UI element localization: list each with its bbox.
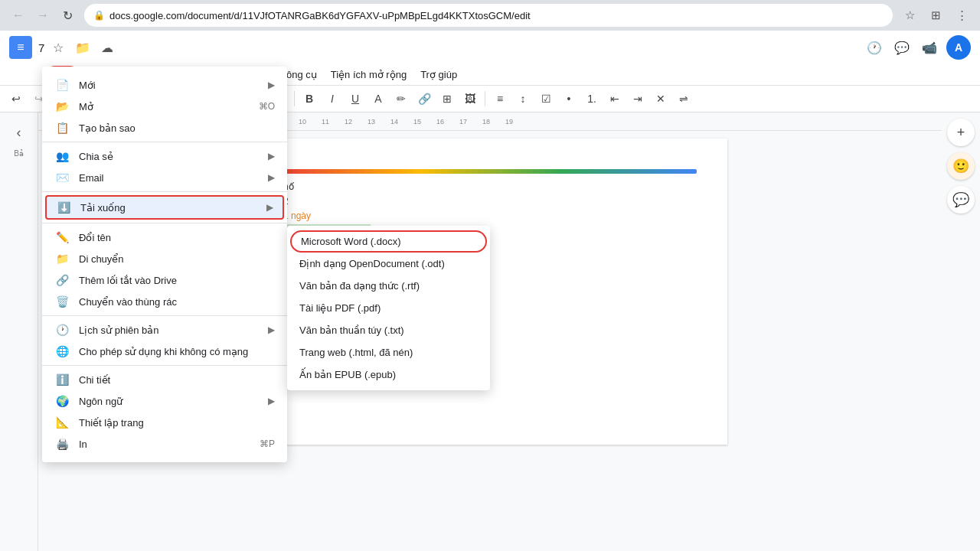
numbered-list-button[interactable]: 1. [582,89,602,109]
menu-item-chi-tiet-label: Chi tiết [79,374,275,386]
undo-button[interactable]: ↩ [6,89,26,109]
menu-item-mo[interactable]: 📂 Mở ⌘O [42,96,287,117]
menu-tro-giup[interactable]: Trợ giúp [414,66,463,83]
menu-item-in-label: In [79,439,260,450]
menu-item-moi[interactable]: 📄 Mới ▶ [42,74,287,96]
history-button[interactable]: 🕐 [864,37,885,58]
submenu-docx-label: Microsoft Word (.docx) [301,236,401,247]
menu-section-5: 🕐 Lịch sử phiên bản ▶ 🌐 Cho phép sử dụng… [42,316,287,366]
browser-chrome: ← → ↻ 🔒 docs.google.com/document/d/11VJf… [0,0,980,31]
clear-format[interactable]: ✕ [651,89,671,109]
menu-item-di-chuyen[interactable]: 📁 Di chuyển [42,248,287,269]
menu-item-chia-se[interactable]: 👥 Chia sẻ ▶ [42,145,287,167]
menu-item-tao-ban-sao[interactable]: 📋 Tạo bản sao [42,117,287,139]
language-icon: 🌍 [54,395,70,407]
underline-button[interactable]: U [345,89,365,109]
submenu-epub[interactable]: Ấn bản EPUB (.epub) [287,364,490,386]
comment-button[interactable]: 💬 [891,37,913,58]
link-button[interactable]: 🔗 [414,89,434,109]
cloud-button[interactable]: ☁ [96,37,118,58]
star-button[interactable]: ☆ [47,37,69,58]
menu-item-lich-su[interactable]: 🕐 Lịch sử phiên bản ▶ [42,319,287,341]
docs-top-bar: ≡ 7 ☆ 📁 ☁ 🕐 💬 📹 A [0,31,980,64]
menu-item-email[interactable]: ✉️ Email ▶ [42,167,287,188]
menu-item-cho-phep[interactable]: 🌐 Cho phép sử dụng khi không có mạng [42,341,287,362]
address-bar[interactable]: 🔒 docs.google.com/document/d/11VJfOTANRG… [84,4,893,27]
menu-item-tai-xuong-label: Tải xuống [80,202,266,214]
menu-item-tao-ban-sao-label: Tạo bản sao [79,122,275,134]
reload-button[interactable]: ↻ [57,5,78,26]
folder-button[interactable]: 📁 [72,37,93,58]
submenu-txt-label: Văn bản thuần túy (.txt) [299,324,404,336]
history-menu-icon: 🕐 [54,324,70,336]
forward-button[interactable]: → [32,5,54,26]
menu-item-thiet-lap-label: Thiết lập trang [79,417,275,429]
trash-icon: 🗑️ [54,295,70,308]
submenu-rtf-label: Văn bản đa dạng thức (.rtf) [299,280,420,292]
print-menu-icon: 🖨️ [54,438,70,450]
emoji-button[interactable]: 🙂 [947,152,975,180]
insert-table[interactable]: ⊞ [437,89,457,109]
align-button[interactable]: ≡ [490,89,510,109]
sep4 [485,91,485,106]
meet-button[interactable]: 📹 [919,37,940,58]
bold-button[interactable]: B [299,89,319,109]
submenu-rtf[interactable]: Văn bản đa dạng thức (.rtf) [287,275,490,297]
extensions-button[interactable]: ⊞ [925,5,946,26]
menu-item-doi-ten-label: Đổi tên [79,232,275,243]
text-direction[interactable]: ⇌ [674,89,694,109]
italic-button[interactable]: I [322,89,342,109]
menu-item-chuyen-vao-thung-rac[interactable]: 🗑️ Chuyển vào thùng rác [42,291,287,312]
menu-item-them-loi-tat-label: Thêm lối tắt vào Drive [79,275,275,286]
rename-icon: ✏️ [54,231,70,243]
submenu-odt-label: Định dạng OpenDocument (.odt) [299,258,445,269]
address-text: docs.google.com/document/d/11VJfOTANRGaB… [109,10,884,21]
right-panel: + 🙂 💬 [942,112,980,551]
collapse-panel-button[interactable]: ‹ [5,119,33,146]
moi-arrow: ▶ [268,80,275,90]
indent-increase[interactable]: ⇥ [628,89,648,109]
text-color-button[interactable]: A [368,89,388,109]
line-spacing-button[interactable]: ↕ [513,89,533,109]
sep3 [294,91,295,106]
menu-item-tai-xuong[interactable]: ⬇️ Tải xuống ▶ [45,195,284,220]
add-comment-button[interactable]: + [947,119,975,146]
header-right: 🕐 💬 📹 A [864,35,971,60]
menu-item-di-chuyen-label: Di chuyển [79,253,275,265]
submenu-html[interactable]: Trang web (.html, đã nén) [287,341,490,364]
menu-item-doi-ten[interactable]: ✏️ Đổi tên [42,227,287,248]
open-icon: 📂 [54,100,70,112]
menu-item-them-loi-tat[interactable]: 🔗 Thêm lối tắt vào Drive [42,269,287,291]
menu-button[interactable]: ⋮ [951,5,972,26]
suggest-button[interactable]: 💬 [947,186,975,214]
menu-section-1: 📄 Mới ▶ 📂 Mở ⌘O 📋 Tạo bản sao [42,71,287,142]
menu-item-in[interactable]: 🖨️ In ⌘P [42,433,287,455]
submenu-txt[interactable]: Văn bản thuần túy (.txt) [287,319,490,341]
tai-xuong-arrow: ▶ [266,202,273,213]
indent-decrease[interactable]: ⇤ [605,89,625,109]
back-button[interactable]: ← [8,5,29,26]
share-icon: 👥 [54,150,70,162]
in-shortcut: ⌘P [260,439,275,449]
file-menu-dropdown: 📄 Mới ▶ 📂 Mở ⌘O 📋 Tạo bản sao 👥 Chia sẻ … [42,67,287,462]
insert-image[interactable]: 🖼 [460,89,480,109]
checklist-button[interactable]: ☑ [536,89,556,109]
doc-info: 7 ☆ 📁 ☁ [38,37,118,58]
menu-item-chi-tiet[interactable]: ℹ️ Chi tiết [42,369,287,390]
menu-item-chia-se-label: Chia sẻ [79,151,268,162]
highlight-button[interactable]: ✏ [391,89,411,109]
new-icon: 📄 [54,79,70,91]
menu-tien-ich[interactable]: Tiện ích mở rộng [325,66,413,83]
submenu-odt[interactable]: Định dạng OpenDocument (.odt) [287,253,490,275]
profile-button[interactable]: A [946,35,971,60]
submenu-pdf[interactable]: Tài liệu PDF (.pdf) [287,297,490,319]
bookmark-button[interactable]: ☆ [899,5,920,26]
submenu-html-label: Trang web (.html, đã nén) [299,347,413,358]
doc-line-1: hố [283,180,697,194]
menu-item-email-label: Email [79,172,268,184]
submenu-docx[interactable]: Microsoft Word (.docx) [290,230,487,253]
menu-item-thiet-lap[interactable]: 📐 Thiết lập trang [42,412,287,433]
menu-item-ngon-ngu[interactable]: 🌍 Ngôn ngữ ▶ [42,390,287,412]
bullet-list-button[interactable]: • [559,89,579,109]
copy-icon: 📋 [54,122,70,134]
